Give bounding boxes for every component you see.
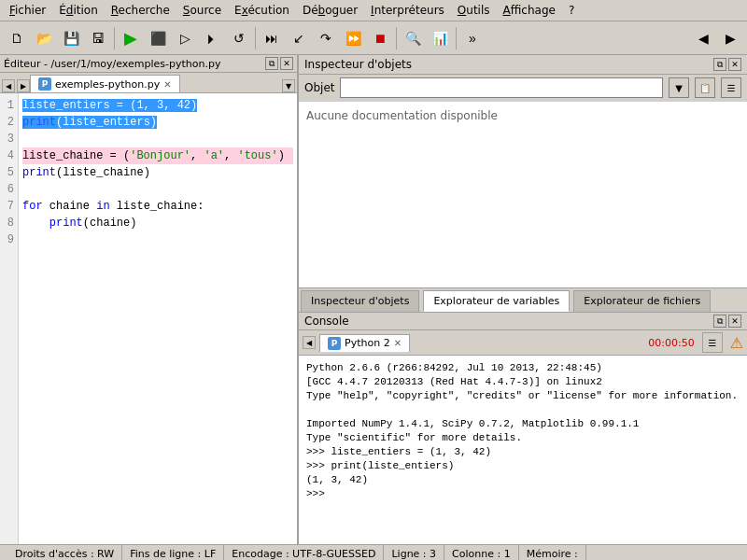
console-tab-close[interactable]: ✕ (394, 338, 402, 348)
console-line-1: Python 2.6.6 (r266:84292, Jul 10 2013, 2… (306, 361, 740, 375)
object-inspect-button[interactable]: 📋 (695, 77, 715, 98)
tab-explorateur-fichiers[interactable]: Explorateur de fichiers (573, 290, 711, 312)
open-file-button[interactable]: 📂 (31, 25, 57, 51)
main-container: Éditeur - /user/1/moy/exemples-python.py… (0, 55, 747, 544)
console-line-8: >>> print(liste_entiers) (306, 459, 740, 473)
tab-explorateur-variables[interactable]: Explorateur de variables (423, 290, 570, 312)
editor-title-text: Éditeur - /user/1/moy/exemples-python.py (4, 58, 221, 70)
run-last-button[interactable]: ↺ (226, 25, 252, 51)
run-button[interactable]: ▶ (118, 25, 144, 51)
console-tab-prev[interactable]: ◀ (303, 336, 316, 349)
code-line-1: liste_entiers = (1, 3, 42) (22, 97, 293, 114)
editor-restore-icon[interactable]: ⧉ (265, 57, 278, 70)
sep-2 (255, 27, 256, 49)
tab-next-button[interactable]: ▶ (17, 79, 30, 92)
line-num-9: 9 (4, 231, 14, 248)
editor-tab[interactable]: exemples-python.py ✕ (30, 75, 180, 92)
profile-button[interactable]: 📊 (427, 25, 453, 51)
console-titlebar: Console ⧉ ✕ (299, 313, 747, 330)
inspect-button[interactable]: 🔍 (400, 25, 426, 51)
menu-recherche[interactable]: Recherche (106, 2, 176, 19)
toolbar: 🗋 📂 💾 🖫 ▶ ⬛ ▷ ⏵ ↺ ⏭ ↙ ↷ ⏩ ⏹ 🔍 📊 » ◀ ▶ (0, 21, 747, 55)
tab-close-button[interactable]: ✕ (163, 79, 171, 90)
step-over-button[interactable]: ↷ (313, 25, 339, 51)
tab-prev-button[interactable]: ◀ (2, 79, 15, 92)
sep-3 (396, 27, 397, 49)
inspector-doc-area: Aucune documentation disponible (299, 102, 747, 288)
statusbar: Droits d'accès : RW Fins de ligne : LF E… (0, 544, 747, 560)
console-close-icon[interactable]: ✕ (728, 315, 741, 328)
menu-interpreteurs[interactable]: Interpréteurs (365, 2, 450, 19)
object-combo-button[interactable]: ▼ (669, 77, 689, 98)
toolbar-group-tools: 🔍 📊 (400, 25, 453, 51)
code-line-8: print(chaine) (22, 215, 293, 231)
toolbar-group-debug: ⏭ ↙ ↷ ⏩ ⏹ (259, 25, 393, 51)
menu-deboguer[interactable]: Déboguer (297, 2, 363, 19)
inspector-restore-icon[interactable]: ⧉ (713, 58, 726, 71)
forward-button[interactable]: ▶ (717, 25, 743, 51)
console-tab-left: ◀ Python 2 ✕ (303, 334, 410, 352)
object-label: Objet (304, 81, 334, 94)
menu-edition[interactable]: Édition (53, 2, 104, 19)
menu-execution[interactable]: Exécution (229, 2, 295, 19)
inspector-title: Inspecteur d'objets (304, 58, 412, 71)
code-line-7: for chaine in liste_chaine: (22, 198, 293, 215)
code-area[interactable]: liste_entiers = (1, 3, 42) print(liste_e… (19, 93, 297, 544)
line-numbers: 1 2 3 4 5 6 7 8 9 (0, 93, 19, 544)
console-output[interactable]: Python 2.6.6 (r266:84292, Jul 10 2013, 2… (299, 356, 747, 544)
inspector-titlebar: Inspecteur d'objets ⧉ ✕ (299, 55, 747, 75)
save-all-button[interactable]: 🖫 (85, 25, 111, 51)
code-line-3 (22, 131, 293, 147)
menu-outils[interactable]: Outils (452, 2, 496, 19)
run-selection-button[interactable]: ▷ (172, 25, 198, 51)
save-button[interactable]: 💾 (58, 25, 84, 51)
back-button[interactable]: ◀ (690, 25, 716, 51)
object-input[interactable] (340, 77, 663, 98)
console-tab-label: Python 2 (345, 337, 390, 349)
tab-python-icon (38, 77, 51, 91)
object-row: Objet ▼ 📋 ☰ (299, 75, 747, 102)
inspector-close-icon[interactable]: ✕ (728, 58, 741, 71)
inspector-menu-button[interactable]: ☰ (721, 77, 741, 98)
console-python-tab[interactable]: Python 2 ✕ (319, 334, 410, 352)
run-file-button[interactable]: ⏵ (199, 25, 225, 51)
sep-4 (456, 27, 457, 49)
inspector-toolbar: ☰ (721, 77, 741, 98)
console-restore-icon[interactable]: ⧉ (713, 315, 726, 328)
line-num-2: 2 (4, 114, 14, 131)
menu-source[interactable]: Source (177, 2, 227, 19)
line-num-5: 5 (4, 164, 14, 181)
console-python-icon (328, 337, 341, 350)
tab-inspecteur-objets[interactable]: Inspecteur d'objets (301, 290, 419, 312)
more-button[interactable]: » (459, 25, 486, 51)
status-line: Ligne : 3 (384, 545, 444, 560)
tab-menu-button[interactable]: ▼ (282, 79, 295, 92)
line-num-4: 4 (4, 147, 14, 164)
stop-button[interactable]: ⏹ (367, 25, 393, 51)
code-line-4: liste_chaine = ('Bonjour', 'a', 'tous') (22, 147, 293, 164)
sep-1 (114, 27, 115, 49)
menu-fichier[interactable]: Fichier (4, 2, 51, 19)
editor-close-icon[interactable]: ✕ (280, 57, 293, 70)
inspector-panel: Inspecteur d'objets ⧉ ✕ Objet ▼ 📋 ☰ Aucu… (299, 55, 747, 544)
editor-title: Éditeur - /user/1/moy/exemples-python.py (4, 58, 221, 70)
menu-help[interactable]: ? (563, 2, 580, 19)
menu-affichage[interactable]: Affichage (498, 2, 561, 19)
console-tab-row: ◀ Python 2 ✕ 00:00:50 ☰ ⚠ (299, 330, 747, 356)
status-line-endings: Fins de ligne : LF (122, 545, 224, 560)
new-file-button[interactable]: 🗋 (4, 25, 30, 51)
editor-tab-bar: ◀ ▶ exemples-python.py ✕ ▼ (0, 73, 297, 93)
console-line-2: [GCC 4.4.7 20120313 (Red Hat 4.4.7-3)] o… (306, 375, 740, 389)
code-editor: 1 2 3 4 5 6 7 8 9 liste_entiers = (1, 3,… (0, 93, 297, 544)
run-new-button[interactable]: ⬛ (145, 25, 171, 51)
console-options-button[interactable]: ☰ (702, 332, 723, 353)
console-titlebar-icons: ⧉ ✕ (713, 315, 741, 328)
debug-button[interactable]: ⏭ (259, 25, 285, 51)
step-into-button[interactable]: ↙ (286, 25, 312, 51)
line-num-1: 1 (4, 97, 14, 114)
inspector-no-doc: Aucune documentation disponible (306, 109, 498, 122)
code-line-6 (22, 181, 293, 198)
continue-button[interactable]: ⏩ (340, 25, 366, 51)
inspector-titlebar-icons: ⧉ ✕ (713, 58, 741, 71)
console-line-7: >>> liste_entiers = (1, 3, 42) (306, 445, 740, 459)
